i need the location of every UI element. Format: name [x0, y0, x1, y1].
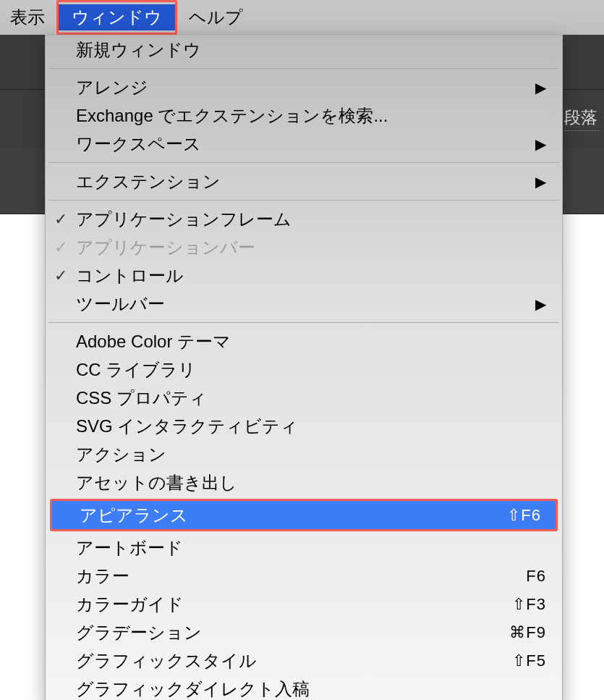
- menu-window[interactable]: ウィンドウ: [59, 4, 175, 30]
- menu-item-graphic-direct[interactable]: グラフィックダイレクト入稿: [46, 675, 562, 700]
- menu-item-artboard[interactable]: アートボード: [46, 534, 562, 562]
- menu-item-label: アプリケーションフレーム: [76, 208, 546, 231]
- window-menu-dropdown: 新規ウィンドウ アレンジ ▶ Exchange でエクステンションを検索... …: [45, 35, 563, 700]
- panel-tab-paragraph[interactable]: 段落: [561, 105, 600, 131]
- menu-separator: [48, 200, 559, 201]
- menu-item-label: コントロール: [76, 264, 546, 287]
- menu-item-label: CC ライブラリ: [76, 358, 546, 381]
- menu-item-appearance[interactable]: アピアランス ⇧F6: [52, 501, 556, 529]
- submenu-arrow-icon: ▶: [524, 135, 546, 153]
- menu-item-label: アピアランス: [80, 504, 476, 527]
- menu-item-app-bar: ✓ アプリケーションバー: [46, 233, 562, 261]
- submenu-arrow-icon: ▶: [524, 173, 546, 190]
- menu-shortcut: ⇧F3: [481, 595, 546, 614]
- menu-item-cc-library[interactable]: CC ライブラリ: [46, 355, 562, 384]
- check-icon: ✓: [46, 238, 76, 257]
- check-icon: ✓: [46, 266, 76, 285]
- menu-item-toolbar[interactable]: ツールバー ▶: [46, 290, 562, 318]
- highlight-window-outline: ウィンドウ: [56, 0, 177, 35]
- menu-item-label: グラフィックダイレクト入稿: [76, 678, 546, 701]
- menu-item-exchange[interactable]: Exchange でエクステンションを検索...: [46, 101, 562, 130]
- menu-item-workspace[interactable]: ワークスペース ▶: [46, 130, 562, 158]
- check-icon: ✓: [46, 210, 76, 229]
- menu-shortcut: ⇧F6: [476, 506, 541, 525]
- menu-separator: [48, 322, 559, 323]
- menu-item-control[interactable]: ✓ コントロール: [46, 261, 562, 290]
- menu-item-app-frame[interactable]: ✓ アプリケーションフレーム: [46, 205, 562, 233]
- menu-view[interactable]: 表示: [0, 3, 55, 32]
- menu-help[interactable]: ヘルプ: [179, 3, 253, 32]
- menu-item-color[interactable]: カラー F6: [46, 562, 562, 590]
- menu-item-label: CSS プロパティ: [76, 387, 546, 410]
- menu-item-svg-interactivity[interactable]: SVG インタラクティビティ: [46, 412, 562, 440]
- submenu-arrow-icon: ▶: [524, 295, 546, 313]
- menu-item-label: ツールバー: [76, 292, 524, 316]
- menu-item-label: グラデーション: [76, 621, 481, 644]
- menu-item-label: Exchange でエクステンションを検索...: [76, 104, 546, 127]
- menu-item-new-window[interactable]: 新規ウィンドウ: [46, 35, 562, 64]
- menu-item-label: カラー: [76, 565, 481, 588]
- menu-item-action[interactable]: アクション: [46, 440, 562, 468]
- menu-shortcut: ⌘F9: [481, 623, 546, 642]
- menu-item-label: アセットの書き出し: [76, 471, 546, 494]
- menu-item-label: アプリケーションバー: [76, 236, 546, 259]
- highlight-appearance-outline: アピアランス ⇧F6: [50, 499, 558, 531]
- menu-item-label: アクション: [76, 443, 546, 466]
- menu-item-color-guide[interactable]: カラーガイド ⇧F3: [46, 590, 562, 618]
- menu-item-css-props[interactable]: CSS プロパティ: [46, 384, 562, 412]
- menu-shortcut: F6: [481, 567, 546, 586]
- menu-separator: [48, 68, 559, 69]
- menu-separator: [48, 162, 559, 163]
- menu-item-label: カラーガイド: [76, 593, 481, 616]
- menu-item-label: アートボード: [76, 536, 546, 560]
- menu-shortcut: ⇧F5: [481, 651, 546, 670]
- menu-item-graphic-style[interactable]: グラフィックスタイル ⇧F5: [46, 646, 562, 675]
- menu-item-label: Adobe Color テーマ: [76, 330, 546, 353]
- menu-item-label: 新規ウィンドウ: [76, 38, 546, 62]
- menu-item-adobe-color[interactable]: Adobe Color テーマ: [46, 327, 562, 355]
- menu-item-gradation[interactable]: グラデーション ⌘F9: [46, 618, 562, 646]
- submenu-arrow-icon: ▶: [524, 79, 546, 96]
- menu-item-asset-export[interactable]: アセットの書き出し: [46, 468, 562, 497]
- menu-item-label: グラフィックスタイル: [76, 649, 481, 672]
- menu-item-label: アレンジ: [76, 76, 524, 99]
- menu-bar: 表示 ウィンドウ ヘルプ: [0, 0, 604, 35]
- menu-item-arrange[interactable]: アレンジ ▶: [46, 73, 562, 101]
- menu-item-label: エクステンション: [76, 170, 524, 193]
- menu-item-extension[interactable]: エクステンション ▶: [46, 167, 562, 195]
- menu-item-label: ワークスペース: [76, 132, 524, 156]
- menu-item-label: SVG インタラクティビティ: [76, 415, 546, 438]
